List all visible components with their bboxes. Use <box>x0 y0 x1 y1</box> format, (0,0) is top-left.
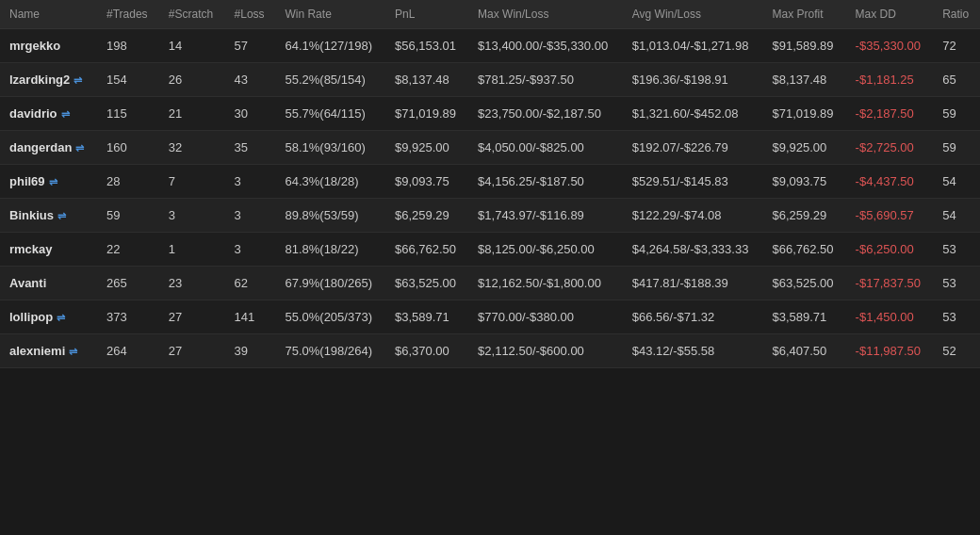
cell-trades: 160 <box>97 131 159 165</box>
cell-maxdd: -$2,725.00 <box>846 131 934 165</box>
cell-name: davidrio⇌ <box>0 97 97 131</box>
cell-name: alexniemi⇌ <box>0 334 97 368</box>
cell-ratio: 54 <box>933 199 980 233</box>
cell-scratch: 32 <box>159 131 225 165</box>
table-row: phil69⇌287364.3%(18/28)$9,093.75$4,156.2… <box>0 165 980 199</box>
cell-winrate: 55.0%(205/373) <box>275 300 385 334</box>
cell-avgwinloss: $417.81/-$188.39 <box>623 267 763 300</box>
cell-loss: 35 <box>225 131 276 165</box>
player-name: lzardking2 <box>9 73 70 87</box>
cell-maxwinloss: $8,125.00/-$6,250.00 <box>468 233 623 267</box>
cell-trades: 154 <box>97 63 159 97</box>
cell-pnl: $3,589.71 <box>385 300 468 334</box>
table-row: lollipop⇌3732714155.0%(205/373)$3,589.71… <box>0 300 980 334</box>
column-header-name: Name <box>0 0 97 29</box>
column-header-scratch: #Scratch <box>159 0 225 29</box>
arrows-icon[interactable]: ⇌ <box>69 346 77 358</box>
cell-trades: 373 <box>97 300 159 334</box>
table-row: mrgekko198145764.1%(127/198)$56,153.01$1… <box>0 29 980 63</box>
cell-trades: 28 <box>97 165 159 199</box>
column-header-maxprofit: Max Profit <box>763 0 846 29</box>
cell-pnl: $9,925.00 <box>385 131 468 165</box>
cell-scratch: 23 <box>159 267 225 300</box>
cell-winrate: 58.1%(93/160) <box>275 131 385 165</box>
cell-maxprofit: $6,407.50 <box>763 334 846 368</box>
cell-maxprofit: $8,137.48 <box>763 63 846 97</box>
cell-winrate: 55.7%(64/115) <box>275 97 385 131</box>
cell-avgwinloss: $529.51/-$145.83 <box>623 165 763 199</box>
cell-maxprofit: $6,259.29 <box>763 199 846 233</box>
cell-name: lollipop⇌ <box>0 300 97 334</box>
cell-ratio: 53 <box>933 300 980 334</box>
cell-maxwinloss: $1,743.97/-$116.89 <box>468 199 623 233</box>
column-header-trades: #Trades <box>97 0 159 29</box>
cell-winrate: 89.8%(53/59) <box>275 199 385 233</box>
arrows-icon[interactable]: ⇌ <box>49 176 57 188</box>
cell-scratch: 14 <box>159 29 225 63</box>
arrows-icon[interactable]: ⇌ <box>57 210 66 222</box>
cell-winrate: 81.8%(18/22) <box>275 233 385 267</box>
cell-pnl: $66,762.50 <box>385 233 468 267</box>
cell-maxdd: -$4,437.50 <box>846 165 934 199</box>
cell-maxwinloss: $770.00/-$380.00 <box>468 300 623 334</box>
cell-trades: 198 <box>97 29 159 63</box>
cell-maxdd: -$5,690.57 <box>846 199 934 233</box>
cell-avgwinloss: $196.36/-$198.91 <box>623 63 763 97</box>
cell-trades: 59 <box>97 199 159 233</box>
column-header-pnl: PnL <box>385 0 468 29</box>
cell-trades: 22 <box>97 233 159 267</box>
cell-maxprofit: $71,019.89 <box>763 97 846 131</box>
cell-maxwinloss: $4,050.00/-$825.00 <box>468 131 623 165</box>
cell-scratch: 26 <box>159 63 225 97</box>
cell-maxwinloss: $13,400.00/-$35,330.00 <box>468 29 623 63</box>
player-name: Avanti <box>9 276 46 290</box>
cell-scratch: 21 <box>159 97 225 131</box>
cell-trades: 265 <box>97 267 159 300</box>
cell-pnl: $6,370.00 <box>385 334 468 368</box>
cell-winrate: 67.9%(180/265) <box>275 267 385 300</box>
cell-name: Avanti <box>0 267 97 300</box>
cell-loss: 141 <box>225 300 276 334</box>
cell-ratio: 53 <box>933 233 980 267</box>
arrows-icon[interactable]: ⇌ <box>74 74 82 87</box>
cell-loss: 39 <box>225 334 276 368</box>
cell-ratio: 53 <box>933 267 980 300</box>
cell-avgwinloss: $192.07/-$226.79 <box>623 131 763 165</box>
player-name: rmckay <box>9 242 53 256</box>
cell-maxdd: -$2,187.50 <box>846 97 934 131</box>
cell-avgwinloss: $1,321.60/-$452.08 <box>623 97 763 131</box>
table-row: dangerdan⇌160323558.1%(93/160)$9,925.00$… <box>0 131 980 165</box>
player-name: dangerdan <box>9 140 72 154</box>
cell-loss: 30 <box>225 97 276 131</box>
cell-avgwinloss: $122.29/-$74.08 <box>623 199 763 233</box>
player-name: alexniemi <box>9 344 65 358</box>
cell-ratio: 54 <box>933 165 980 199</box>
cell-winrate: 75.0%(198/264) <box>275 334 385 368</box>
cell-scratch: 27 <box>159 300 225 334</box>
arrows-icon[interactable]: ⇌ <box>57 312 65 324</box>
cell-ratio: 59 <box>933 131 980 165</box>
cell-ratio: 72 <box>933 29 980 63</box>
table-row: Avanti265236267.9%(180/265)$63,525.00$12… <box>0 267 980 300</box>
cell-winrate: 64.1%(127/198) <box>275 29 385 63</box>
cell-scratch: 27 <box>159 334 225 368</box>
column-header-ratio: Ratio <box>933 0 980 29</box>
table-row: lzardking2⇌154264355.2%(85/154)$8,137.48… <box>0 63 980 97</box>
cell-loss: 43 <box>225 63 276 97</box>
cell-pnl: $6,259.29 <box>385 199 468 233</box>
cell-avgwinloss: $43.12/-$55.58 <box>623 334 763 368</box>
player-name: mrgekko <box>9 39 60 53</box>
leaderboard-table: Name#Trades#Scratch#LossWin RatePnLMax W… <box>0 0 980 368</box>
cell-maxdd: -$11,987.50 <box>846 334 934 368</box>
cell-name: dangerdan⇌ <box>0 131 97 165</box>
cell-loss: 3 <box>225 199 276 233</box>
cell-avgwinloss: $1,013.04/-$1,271.98 <box>623 29 763 63</box>
cell-maxprofit: $9,093.75 <box>763 165 846 199</box>
arrows-icon[interactable]: ⇌ <box>75 142 84 154</box>
cell-maxdd: -$17,837.50 <box>846 267 934 300</box>
column-header-maxwinloss: Max Win/Loss <box>468 0 623 29</box>
cell-name: rmckay <box>0 233 97 267</box>
cell-ratio: 59 <box>933 97 980 131</box>
arrows-icon[interactable]: ⇌ <box>61 108 70 121</box>
cell-maxprofit: $9,925.00 <box>763 131 846 165</box>
